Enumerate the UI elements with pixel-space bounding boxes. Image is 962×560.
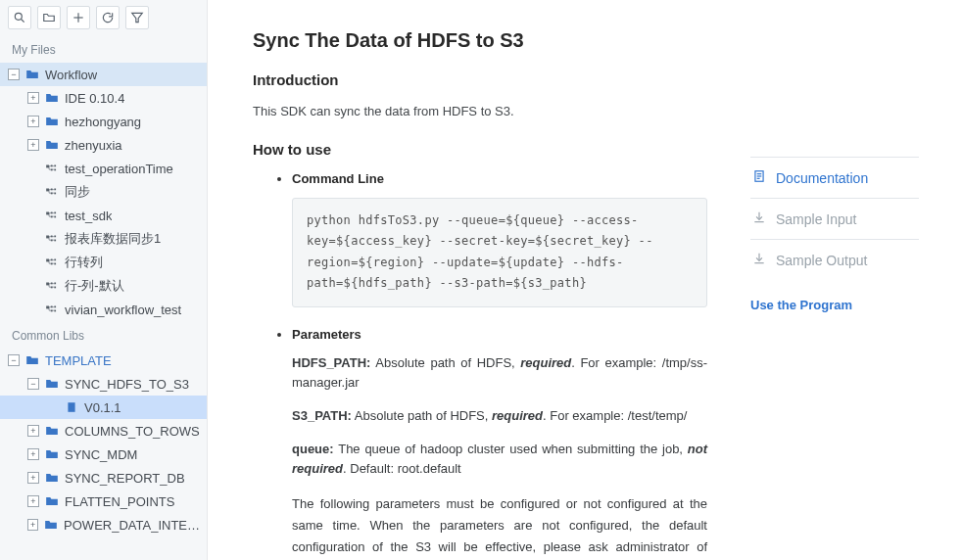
tree-label: test_operationTime [65,162,173,176]
doc-panel: Sync The Data of HDFS to S3 Introduction… [208,0,737,560]
svg-rect-17 [54,193,56,195]
rightnav-label: Sample Input [776,211,857,227]
folder-icon [45,448,59,460]
folder-icon [25,354,39,366]
tree-label: 行-列-默认 [65,277,124,295]
svg-rect-40 [51,263,53,265]
tree-label: IDE 0.10.4 [65,91,124,106]
rightnav-item[interactable]: Sample Input [750,198,919,239]
folder-icon [45,92,59,104]
search-icon[interactable] [8,6,31,29]
workflow-node-icon [45,210,59,220]
workflow-node-icon [45,187,59,197]
expand-icon[interactable]: + [27,139,39,151]
svg-rect-56 [51,310,53,312]
expand-icon[interactable]: + [27,519,38,531]
tree-label: zhenyuxia [65,138,122,153]
sidebar-toolbar [0,0,207,35]
workflow-node-icon [45,257,59,267]
tree-label: TEMPLATE [45,353,112,368]
svg-rect-49 [54,287,56,289]
tree-item[interactable]: 行转列 [0,251,207,274]
tree-label: Workflow [45,68,97,82]
tree-label: 报表库数据同步1 [65,230,161,248]
section-my-files: My Files [0,35,207,63]
svg-rect-57 [54,310,56,312]
tree-root-template[interactable]: − TEMPLATE [0,349,207,372]
svg-rect-31 [54,236,56,238]
svg-rect-9 [54,169,56,171]
sidebar: My Files − Workflow +IDE 0.10.4+hezhongy… [0,0,208,560]
section-common-libs: Common Libs [0,321,207,349]
howto-heading: How to use [253,141,707,158]
expand-icon[interactable]: + [27,495,39,507]
folder-icon [45,378,59,390]
tree-label: FLATTEN_POINTS [65,494,174,509]
params-heading: Parameters [292,327,707,342]
svg-rect-13 [46,189,49,192]
collapse-icon[interactable]: − [8,354,20,366]
tree-item[interactable]: +zhenyuxia [0,133,207,157]
tree-label: SYNC_HDFS_TO_S3 [65,377,189,392]
params-note: The following parameters must be configu… [292,493,707,560]
expand-icon[interactable]: + [27,425,39,437]
svg-point-0 [15,13,22,20]
plus-icon[interactable] [67,6,90,29]
expand-icon[interactable]: + [27,448,39,460]
tree-label: SYNC_MDM [65,447,137,462]
tree-item[interactable]: V0.1.1 [0,396,207,419]
page-title: Sync The Data of HDFS to S3 [253,29,707,52]
tree-item[interactable]: +SYNC_MDM [0,443,207,466]
workflow-node-icon [45,163,59,173]
filter-icon[interactable] [125,6,149,29]
svg-rect-55 [54,306,56,308]
rightnav-item[interactable]: Sample Output [750,239,919,280]
folder-icon [25,69,39,80]
svg-rect-5 [46,165,49,168]
tree-item[interactable]: +SYNC_REPORT_DB [0,466,207,490]
expand-icon[interactable]: + [27,472,39,484]
folder-icon[interactable] [37,6,61,29]
tree-item[interactable]: 同步 [0,180,207,204]
svg-rect-33 [54,240,56,242]
tree-label: COLUMNS_TO_ROWS [65,424,200,439]
folder-icon [45,472,59,484]
svg-rect-48 [51,287,53,289]
tree-item[interactable]: +FLATTEN_POINTS [0,490,207,513]
tree-item[interactable]: +POWER_DATA_INTERPO [0,513,207,537]
rightnav-item[interactable]: Documentation [750,157,919,198]
collapse-icon[interactable]: − [8,69,20,80]
refresh-icon[interactable] [96,6,120,29]
svg-rect-53 [46,306,49,309]
collapse-icon[interactable]: − [27,378,39,390]
svg-rect-21 [46,212,49,215]
document-icon [752,169,766,186]
tree-item[interactable]: +IDE 0.10.4 [0,86,207,110]
tree-item[interactable]: +hezhongyang [0,110,207,133]
param-item: S3_PATH: Absolute path of HDFS, required… [292,406,707,426]
tree-item[interactable]: 报表库数据同步1 [0,227,207,251]
param-item: queue: The queue of hadoop cluster used … [292,440,707,479]
folder-icon [45,116,59,127]
rightnav-label: Documentation [776,170,868,186]
download-icon [752,210,766,227]
param-item: HDFS_PATH: Absolute path of HDFS, requir… [292,353,707,393]
use-program-link[interactable]: Use the Program [750,298,919,312]
svg-rect-29 [46,236,49,239]
tree-item[interactable]: test_sdk [0,204,207,227]
tree-item[interactable]: vivian_workflow_test [0,298,207,321]
code-block: python hdfsToS3.py --queue=${queue} --ac… [292,198,707,307]
expand-icon[interactable]: + [27,92,39,104]
tree-item[interactable]: test_operationTime [0,157,207,180]
tree-item[interactable]: −SYNC_HDFS_TO_S3 [0,372,207,396]
tree-root-workflow[interactable]: − Workflow [0,63,207,86]
expand-icon[interactable]: + [27,116,39,127]
tree-label: 同步 [65,183,90,201]
tree-label: SYNC_REPORT_DB [65,471,185,486]
tree-item[interactable]: +COLUMNS_TO_ROWS [0,419,207,443]
tree-label: vivian_workflow_test [65,303,181,317]
workflow-node-icon [45,281,59,291]
svg-rect-63 [70,406,74,407]
tree-item[interactable]: 行-列-默认 [0,274,207,298]
folder-icon [45,495,59,507]
